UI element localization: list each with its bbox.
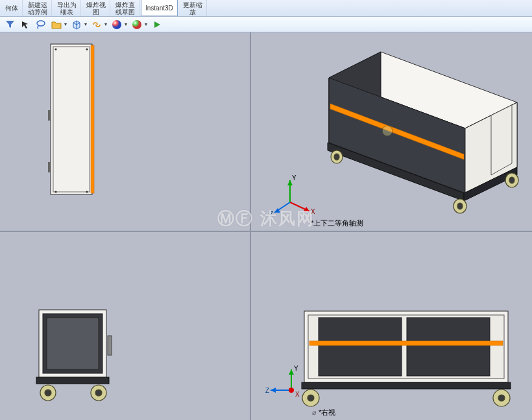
svg-text:Y: Y (292, 174, 296, 181)
svg-point-62 (289, 388, 294, 393)
ribbon-item-explode[interactable]: 爆炸视图 (82, 0, 110, 16)
svg-rect-50 (319, 318, 402, 376)
svg-rect-41 (47, 318, 99, 369)
model-end-view (0, 232, 250, 420)
svg-point-45 (45, 390, 51, 396)
quick-toolbar: ▾ ▾ ▾ ▾ ▾ (0, 17, 532, 32)
view-label-right: ⌀ *右视 (312, 408, 335, 417)
color-sphere-1-icon[interactable] (111, 19, 123, 30)
svg-rect-10 (48, 110, 51, 121)
chevron-down-icon[interactable]: ▾ (64, 21, 67, 27)
svg-rect-43 (108, 336, 112, 355)
axis-triad-icon: Y X Z (271, 170, 321, 220)
viewport-isometric[interactable]: Y X Z *上下二等角轴测 (251, 32, 532, 231)
folder-icon[interactable] (51, 19, 62, 30)
svg-text:Y: Y (294, 365, 298, 372)
svg-text:X: X (311, 208, 315, 215)
link-icon[interactable] (91, 19, 103, 30)
color-sphere-2-icon[interactable] (131, 19, 143, 30)
svg-point-1 (112, 20, 121, 29)
model-top-view (0, 32, 250, 231)
svg-point-0 (37, 21, 45, 26)
filter-icon[interactable] (4, 19, 16, 30)
cursor-icon[interactable] (19, 19, 31, 30)
svg-point-26 (457, 203, 463, 209)
ribbon-item-export[interactable]: 导出为细表 (53, 0, 81, 16)
svg-point-29 (382, 126, 393, 136)
axis-triad-icon: Y Z X (264, 360, 312, 408)
svg-rect-42 (36, 377, 109, 384)
viewport-top[interactable] (0, 32, 250, 231)
svg-rect-51 (407, 318, 490, 376)
ribbon-item-body[interactable]: 何体 (1, 0, 23, 16)
chevron-down-icon[interactable]: ▾ (104, 21, 107, 27)
svg-point-57 (498, 395, 505, 401)
svg-point-8 (54, 191, 56, 192)
svg-point-6 (54, 48, 56, 50)
svg-point-9 (86, 191, 88, 192)
chevron-down-icon[interactable]: ▾ (84, 21, 87, 27)
svg-text:Z: Z (265, 387, 269, 394)
svg-rect-3 (51, 44, 92, 194)
svg-rect-11 (48, 162, 51, 172)
svg-marker-61 (271, 388, 276, 393)
ribbon-item-instant3d[interactable]: Instant3D (141, 0, 178, 16)
svg-point-47 (95, 390, 102, 396)
svg-point-24 (334, 154, 339, 160)
lasso-icon[interactable] (35, 19, 47, 30)
viewport-right[interactable]: Y Z X ⌀ *右视 (251, 232, 532, 420)
chevron-down-icon[interactable]: ▾ (145, 21, 147, 27)
view-label-iso: *上下二等角轴测 (311, 218, 363, 228)
svg-point-7 (86, 48, 88, 50)
svg-rect-53 (302, 382, 511, 389)
svg-text:Z: Z (271, 211, 273, 218)
svg-marker-19 (491, 105, 512, 175)
viewport-area: Y X Z *上下二等角轴测 (0, 32, 532, 420)
svg-marker-59 (289, 369, 294, 375)
svg-rect-52 (309, 341, 503, 345)
svg-point-2 (132, 20, 141, 29)
ribbon-item-zoom[interactable]: 更新缩放 (179, 0, 207, 16)
viewport-left[interactable] (0, 232, 250, 420)
play-icon[interactable] (151, 19, 163, 30)
ribbon: 何体 新建运动算例 导出为细表 爆炸视图 爆炸直线草图 Instant3D 更新… (0, 0, 532, 17)
svg-point-28 (509, 177, 514, 183)
svg-text:X: X (295, 391, 300, 398)
chevron-down-icon[interactable]: ▾ (125, 21, 127, 27)
box-icon[interactable] (71, 19, 82, 30)
ribbon-item-expline[interactable]: 爆炸直线草图 (112, 0, 139, 16)
ribbon-item-motion[interactable]: 新建运动算例 (24, 0, 52, 16)
svg-rect-4 (91, 45, 94, 193)
